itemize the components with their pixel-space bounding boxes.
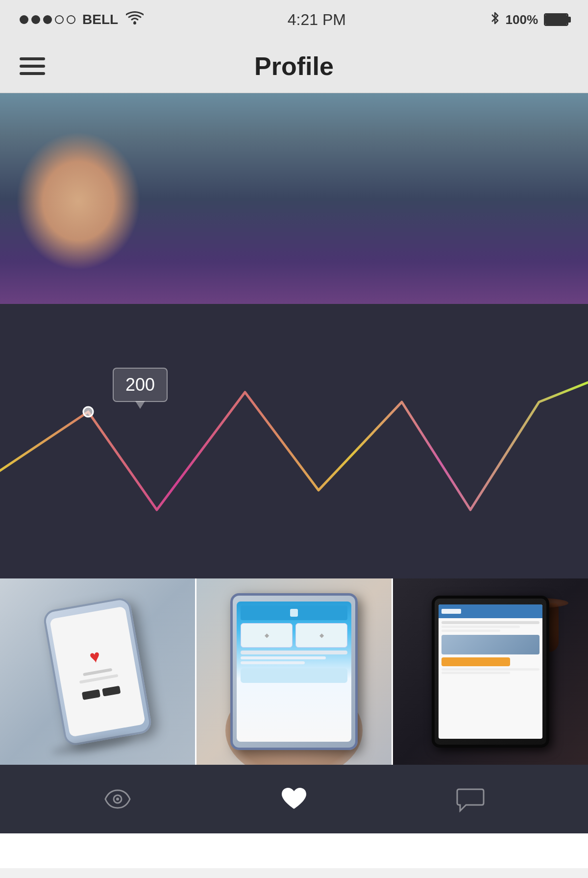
hamburger-line-3 <box>20 72 45 75</box>
svg-point-2 <box>83 407 93 417</box>
wifi-icon <box>126 11 144 28</box>
image-grid: ♥ <box>0 578 588 765</box>
time-display: 4:21 PM <box>288 11 346 29</box>
signal-dot-4 <box>55 15 64 24</box>
image-3 <box>393 578 588 765</box>
page-title: Profile <box>254 51 334 81</box>
grid-item-2[interactable]: ◆ ◆ <box>195 578 392 765</box>
phone-mockup-1: ♥ <box>42 596 153 747</box>
tablet-mockup-3 <box>432 596 549 748</box>
profile-header: Filip Raatz 300 Follower 250 Following 2… <box>0 93 588 304</box>
svg-point-4 <box>116 798 119 801</box>
signal-dot-3 <box>43 15 52 24</box>
tablet-mockup-2: ◆ ◆ <box>230 593 358 750</box>
grid-item-3[interactable] <box>392 578 588 765</box>
activity-chart <box>0 304 588 578</box>
profile-photo <box>0 93 191 304</box>
tab-bar <box>0 765 588 833</box>
hamburger-line-1 <box>20 57 45 60</box>
battery-area: 100% <box>490 11 569 29</box>
bottom-space <box>0 833 588 868</box>
battery-icon <box>544 13 568 26</box>
profile-photo-image <box>0 93 191 304</box>
eye-tab[interactable] <box>103 785 132 813</box>
signal-dot-2 <box>31 15 40 24</box>
signal-dot-5 <box>67 15 75 24</box>
signal-area: BELL <box>20 11 144 28</box>
bluetooth-icon <box>490 11 500 29</box>
hamburger-line-2 <box>20 65 45 68</box>
grid-item-1[interactable]: ♥ <box>0 578 195 765</box>
image-1: ♥ <box>0 578 195 765</box>
image-2: ◆ ◆ <box>196 578 392 765</box>
status-bar: BELL 4:21 PM 100% <box>0 0 588 39</box>
chart-section: 200 <box>0 304 588 578</box>
chat-tab[interactable] <box>456 785 485 813</box>
svg-point-0 <box>133 22 136 25</box>
signal-dot-1 <box>20 15 28 24</box>
battery-percent: 100% <box>506 12 539 27</box>
carrier-label: BELL <box>82 12 118 27</box>
hamburger-menu[interactable] <box>20 57 45 75</box>
nav-bar: Profile <box>0 39 588 93</box>
heart-tab[interactable] <box>280 785 308 813</box>
